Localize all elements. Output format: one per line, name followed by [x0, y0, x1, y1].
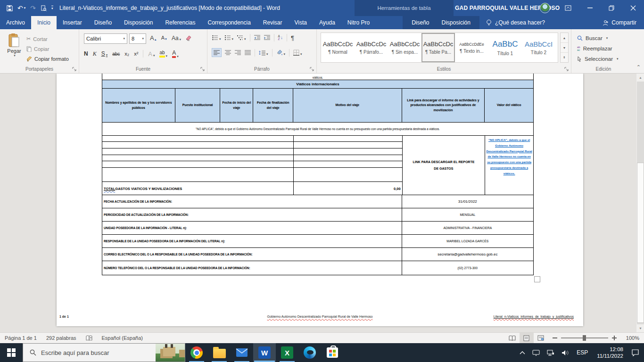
shrink-font-button[interactable]: A▼: [161, 35, 167, 41]
header-puesto[interactable]: Puesto institucional: [175, 89, 221, 122]
table-empty-cell[interactable]: [294, 148, 402, 155]
zoom-out-icon[interactable]: [553, 337, 557, 338]
multilevel-list-button[interactable]: ▾: [237, 35, 246, 41]
meta-value[interactable]: 31/01/2022: [402, 195, 533, 208]
styles-scroll-up-icon[interactable]: ▲: [561, 33, 568, 43]
zoom-slider[interactable]: [561, 337, 608, 338]
table-empty-cell[interactable]: [102, 136, 293, 142]
style-titulo-2[interactable]: AaBbCcITítulo 2: [522, 33, 555, 62]
copy-button[interactable]: Copiar: [26, 44, 69, 54]
language-indicator[interactable]: Español (España): [97, 335, 148, 341]
taskbar-excel-icon[interactable]: X: [276, 343, 298, 362]
font-size-combo[interactable]: 8▾: [129, 33, 146, 44]
highlight-color-button[interactable]: ab▾: [159, 50, 167, 58]
table-empty-cell[interactable]: [102, 161, 293, 168]
valor-no-aplica-cell[interactable]: "NO APLICA", debido a que el Gobierno Au…: [485, 136, 533, 195]
meta-value[interactable]: MARIBEL LOZADA GARCÉS: [402, 235, 533, 247]
align-center-button[interactable]: [225, 50, 231, 55]
tray-cast-icon[interactable]: [530, 350, 542, 356]
tab-nitro-pro[interactable]: Nitro Pro: [341, 16, 376, 29]
style-texto-independiente[interactable]: AaBbCcDdEe¶ Texto in...: [455, 33, 488, 62]
total-label-cell[interactable]: TOTAL GASTOS VIATICOS Y MOVILIZACIONES: [102, 182, 293, 195]
tab-ayuda[interactable]: Ayuda: [313, 16, 341, 29]
tab-archivo[interactable]: Archivo: [0, 16, 31, 29]
meta-value[interactable]: ADMINISTRATIVA - FINANCIERA: [402, 222, 533, 234]
format-painter-button[interactable]: Copiar formato: [26, 54, 69, 64]
account-name[interactable]: GAD PARROQUIAL VALLE HERMOSO: [455, 5, 554, 11]
zoom-in-icon[interactable]: [612, 336, 617, 340]
numbering-button[interactable]: ▾: [225, 35, 234, 41]
taskbar-edge-icon[interactable]: [298, 343, 321, 362]
vertical-scrollbar[interactable]: ▲ ▼: [636, 74, 644, 332]
cut-button[interactable]: ✂Cortar: [26, 34, 69, 44]
styles-more-icon[interactable]: ⇟: [561, 53, 568, 62]
italic-button[interactable]: K: [93, 50, 97, 58]
read-mode-icon[interactable]: [505, 333, 520, 343]
taskbar-chrome-icon[interactable]: [185, 343, 208, 362]
table-empty-cell[interactable]: [294, 161, 402, 168]
change-case-button[interactable]: Aa▾: [172, 35, 181, 41]
grow-font-button[interactable]: A▲: [150, 35, 157, 41]
tab-insertar[interactable]: Insertar: [57, 16, 88, 29]
proofing-errors-icon[interactable]: [81, 335, 97, 341]
table-empty-cell[interactable]: [294, 136, 402, 142]
select-button[interactable]: Seleccionar▾: [577, 54, 619, 64]
tell-me-box[interactable]: ¿Qué desea hacer?: [479, 16, 552, 29]
tab-table-disposicion[interactable]: Disposición: [436, 16, 477, 29]
borders-button[interactable]: ▾: [293, 49, 302, 56]
meta-value[interactable]: secretaria@gadvallehermoso.gob.ec: [402, 248, 533, 261]
avatar[interactable]: [540, 3, 550, 13]
tab-diseno[interactable]: Diseño: [88, 16, 118, 29]
clear-formatting-icon[interactable]: [185, 35, 192, 41]
table-empty-cell[interactable]: [294, 142, 402, 148]
table-resize-handle[interactable]: [534, 276, 540, 282]
tray-network-icon[interactable]: [545, 350, 556, 356]
share-button[interactable]: Compartir: [595, 16, 644, 29]
table-empty-cell[interactable]: [102, 148, 293, 155]
meta-value[interactable]: MENSUAL: [402, 208, 533, 221]
table-empty-cell[interactable]: [294, 155, 402, 161]
table-cell-partial[interactable]: viáticos.: [102, 74, 533, 80]
meta-value[interactable]: (02) 2773-300: [402, 261, 533, 275]
link-reporte-cell[interactable]: LINK PARA DESCARGAR EL REPORTE DE GASTOS: [402, 136, 485, 195]
zoom-slider-handle[interactable]: [583, 335, 586, 341]
start-button[interactable]: [0, 343, 23, 362]
zoom-level[interactable]: 100%: [621, 335, 644, 341]
minimize-button[interactable]: [579, 0, 601, 16]
header-link[interactable]: Link para descargar el informe de activi…: [402, 89, 485, 122]
scroll-up-icon[interactable]: ▲: [636, 74, 644, 82]
no-aplica-cell[interactable]: "NO APLICA", debido a que el Gobierno Au…: [102, 123, 533, 135]
tab-revisar[interactable]: Revisar: [257, 16, 289, 29]
align-right-button[interactable]: [235, 50, 241, 55]
header-fecha-fin[interactable]: Fecha de finalización del viaje: [253, 89, 293, 122]
bullets-button[interactable]: ▾: [212, 35, 221, 41]
table-empty-cell[interactable]: [102, 155, 293, 161]
taskbar-explorer-icon[interactable]: [208, 343, 231, 362]
tab-disposicion[interactable]: Disposición: [118, 16, 159, 29]
tray-language[interactable]: ESP: [574, 349, 591, 356]
taskbar-mail-icon[interactable]: [231, 343, 253, 362]
close-button[interactable]: [622, 0, 644, 16]
increase-indent-icon[interactable]: [264, 35, 270, 41]
style-table-paragraph[interactable]: AaBbCcDc¶ Table Pa...: [421, 33, 455, 62]
styles-scroll-down-icon[interactable]: ▼: [561, 43, 568, 53]
tab-vista[interactable]: Vista: [289, 16, 313, 29]
scrollbar-thumb[interactable]: [637, 163, 644, 323]
strikethrough-button[interactable]: abc: [112, 51, 120, 57]
ribbon-display-options-icon[interactable]: [557, 0, 579, 16]
font-dialog-launcher-icon[interactable]: [200, 67, 205, 72]
page-footer[interactable]: 1 de 1 Gobierno Autónomo Descentralizado…: [57, 315, 583, 321]
page-count[interactable]: Página 1 de 1: [0, 335, 41, 341]
justify-button[interactable]: [245, 50, 251, 55]
meta-label[interactable]: RESPONSABLE DE LA UNIDAD POSEEDORA DE LA…: [102, 235, 402, 247]
taskbar-word-icon[interactable]: W: [253, 343, 276, 362]
print-layout-icon[interactable]: [520, 333, 534, 343]
scroll-down-icon[interactable]: ▼: [636, 324, 644, 332]
subscript-button[interactable]: x₂: [124, 51, 129, 57]
superscript-button[interactable]: x²: [134, 51, 138, 57]
find-button[interactable]: Buscar▾: [577, 33, 619, 43]
collapse-ribbon-icon[interactable]: ⌃: [636, 64, 641, 70]
text-effects-button[interactable]: A▾: [148, 51, 155, 57]
tab-table-diseno[interactable]: Diseño: [405, 16, 435, 29]
tab-referencias[interactable]: Referencias: [159, 16, 201, 29]
